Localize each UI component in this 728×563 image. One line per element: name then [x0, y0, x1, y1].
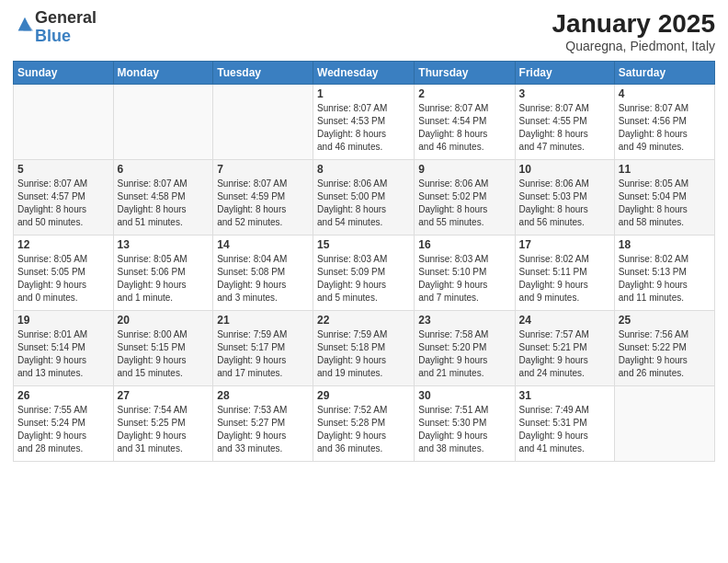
day-info: Sunrise: 8:05 AM Sunset: 5:04 PM Dayligh…	[619, 178, 711, 229]
day-info: Sunrise: 7:53 AM Sunset: 5:27 PM Dayligh…	[217, 404, 309, 455]
day-info: Sunrise: 7:56 AM Sunset: 5:22 PM Dayligh…	[619, 328, 711, 380]
header-sunday: Sunday	[14, 62, 114, 85]
logo-blue-text: Blue	[35, 27, 71, 45]
day-cell	[614, 386, 714, 462]
day-info: Sunrise: 8:07 AM Sunset: 4:56 PM Dayligh…	[619, 102, 711, 154]
week-row-1: 1Sunrise: 8:07 AM Sunset: 4:53 PM Daylig…	[14, 85, 715, 160]
day-number: 16	[418, 238, 510, 251]
day-cell	[213, 85, 313, 160]
day-cell: 16Sunrise: 8:03 AM Sunset: 5:10 PM Dayli…	[415, 236, 515, 311]
day-info: Sunrise: 7:52 AM Sunset: 5:28 PM Dayligh…	[317, 404, 410, 455]
header: General Blue January 2025 Quaregna, Pied…	[13, 9, 715, 53]
day-number: 2	[418, 87, 510, 100]
logo: General Blue	[13, 9, 97, 46]
day-cell: 13Sunrise: 8:05 AM Sunset: 5:06 PM Dayli…	[113, 236, 213, 311]
day-cell: 11Sunrise: 8:05 AM Sunset: 5:04 PM Dayli…	[614, 160, 714, 236]
week-row-2: 5Sunrise: 8:07 AM Sunset: 4:57 PM Daylig…	[14, 160, 715, 236]
day-number: 29	[317, 389, 410, 402]
week-row-4: 19Sunrise: 8:01 AM Sunset: 5:14 PM Dayli…	[14, 311, 715, 386]
day-number: 11	[619, 163, 711, 176]
day-cell: 6Sunrise: 8:07 AM Sunset: 4:58 PM Daylig…	[113, 160, 213, 236]
day-info: Sunrise: 8:07 AM Sunset: 4:54 PM Dayligh…	[418, 102, 510, 154]
day-cell: 3Sunrise: 8:07 AM Sunset: 4:55 PM Daylig…	[515, 85, 614, 160]
header-wednesday: Wednesday	[313, 62, 415, 85]
day-info: Sunrise: 7:51 AM Sunset: 5:30 PM Dayligh…	[418, 404, 510, 455]
day-info: Sunrise: 8:03 AM Sunset: 5:10 PM Dayligh…	[418, 253, 510, 304]
day-cell	[14, 85, 114, 160]
header-monday: Monday	[113, 62, 213, 85]
day-number: 17	[519, 238, 610, 251]
day-info: Sunrise: 8:07 AM Sunset: 4:57 PM Dayligh…	[17, 178, 109, 229]
day-number: 26	[17, 389, 109, 402]
day-info: Sunrise: 8:04 AM Sunset: 5:08 PM Dayligh…	[217, 253, 309, 304]
day-number: 15	[317, 238, 410, 251]
day-number: 9	[418, 163, 510, 176]
day-info: Sunrise: 8:07 AM Sunset: 4:55 PM Dayligh…	[519, 102, 610, 154]
day-number: 30	[418, 389, 510, 402]
header-thursday: Thursday	[415, 62, 515, 85]
title-block: January 2025 Quaregna, Piedmont, Italy	[552, 9, 715, 53]
day-info: Sunrise: 8:02 AM Sunset: 5:11 PM Dayligh…	[519, 253, 610, 304]
day-cell	[113, 85, 213, 160]
day-number: 24	[519, 314, 610, 327]
day-cell: 25Sunrise: 7:56 AM Sunset: 5:22 PM Dayli…	[614, 311, 714, 386]
day-cell: 14Sunrise: 8:04 AM Sunset: 5:08 PM Dayli…	[213, 236, 313, 311]
day-info: Sunrise: 8:03 AM Sunset: 5:09 PM Dayligh…	[317, 253, 410, 304]
day-cell: 26Sunrise: 7:55 AM Sunset: 5:24 PM Dayli…	[14, 386, 114, 462]
weekday-header-row: Sunday Monday Tuesday Wednesday Thursday…	[14, 62, 715, 85]
day-cell: 30Sunrise: 7:51 AM Sunset: 5:30 PM Dayli…	[415, 386, 515, 462]
day-number: 25	[619, 314, 711, 327]
day-cell: 22Sunrise: 7:59 AM Sunset: 5:18 PM Dayli…	[313, 311, 415, 386]
day-cell: 31Sunrise: 7:49 AM Sunset: 5:31 PM Dayli…	[515, 386, 614, 462]
day-cell: 1Sunrise: 8:07 AM Sunset: 4:53 PM Daylig…	[313, 85, 415, 160]
header-tuesday: Tuesday	[213, 62, 313, 85]
day-number: 12	[17, 238, 109, 251]
day-number: 14	[217, 238, 309, 251]
day-info: Sunrise: 7:59 AM Sunset: 5:18 PM Dayligh…	[317, 328, 410, 380]
day-number: 28	[217, 389, 309, 402]
day-number: 5	[17, 163, 109, 176]
day-info: Sunrise: 8:06 AM Sunset: 5:02 PM Dayligh…	[418, 178, 510, 229]
day-info: Sunrise: 8:06 AM Sunset: 5:03 PM Dayligh…	[519, 178, 610, 229]
day-info: Sunrise: 8:06 AM Sunset: 5:00 PM Dayligh…	[317, 178, 410, 229]
calendar-subtitle: Quaregna, Piedmont, Italy	[552, 39, 715, 53]
day-cell: 7Sunrise: 8:07 AM Sunset: 4:59 PM Daylig…	[213, 160, 313, 236]
day-info: Sunrise: 8:00 AM Sunset: 5:15 PM Dayligh…	[118, 328, 210, 380]
logo-general-text: General	[35, 8, 97, 27]
day-number: 18	[619, 238, 711, 251]
day-number: 20	[118, 314, 210, 327]
day-cell: 18Sunrise: 8:02 AM Sunset: 5:13 PM Dayli…	[614, 236, 714, 311]
page-container: General Blue January 2025 Quaregna, Pied…	[0, 0, 728, 469]
calendar-table: Sunday Monday Tuesday Wednesday Thursday…	[13, 61, 715, 462]
day-number: 1	[317, 87, 410, 100]
day-number: 31	[519, 389, 610, 402]
day-info: Sunrise: 8:05 AM Sunset: 5:05 PM Dayligh…	[17, 253, 109, 304]
day-info: Sunrise: 7:54 AM Sunset: 5:25 PM Dayligh…	[118, 404, 210, 455]
day-info: Sunrise: 8:07 AM Sunset: 4:53 PM Dayligh…	[317, 102, 410, 154]
day-cell: 24Sunrise: 7:57 AM Sunset: 5:21 PM Dayli…	[515, 311, 614, 386]
week-row-3: 12Sunrise: 8:05 AM Sunset: 5:05 PM Dayli…	[14, 236, 715, 311]
day-cell: 10Sunrise: 8:06 AM Sunset: 5:03 PM Dayli…	[515, 160, 614, 236]
day-cell: 28Sunrise: 7:53 AM Sunset: 5:27 PM Dayli…	[213, 386, 313, 462]
day-info: Sunrise: 8:01 AM Sunset: 5:14 PM Dayligh…	[17, 328, 109, 380]
day-number: 4	[619, 87, 711, 100]
day-number: 19	[17, 314, 109, 327]
day-number: 21	[217, 314, 309, 327]
day-cell: 17Sunrise: 8:02 AM Sunset: 5:11 PM Dayli…	[515, 236, 614, 311]
header-saturday: Saturday	[614, 62, 714, 85]
day-info: Sunrise: 7:57 AM Sunset: 5:21 PM Dayligh…	[519, 328, 610, 380]
day-cell: 23Sunrise: 7:58 AM Sunset: 5:20 PM Dayli…	[415, 311, 515, 386]
day-cell: 2Sunrise: 8:07 AM Sunset: 4:54 PM Daylig…	[415, 85, 515, 160]
day-cell: 15Sunrise: 8:03 AM Sunset: 5:09 PM Dayli…	[313, 236, 415, 311]
day-number: 6	[118, 163, 210, 176]
header-friday: Friday	[515, 62, 614, 85]
day-info: Sunrise: 8:07 AM Sunset: 4:59 PM Dayligh…	[217, 178, 309, 229]
week-row-5: 26Sunrise: 7:55 AM Sunset: 5:24 PM Dayli…	[14, 386, 715, 462]
day-cell: 4Sunrise: 8:07 AM Sunset: 4:56 PM Daylig…	[614, 85, 714, 160]
day-cell: 21Sunrise: 7:59 AM Sunset: 5:17 PM Dayli…	[213, 311, 313, 386]
calendar-title: January 2025	[552, 9, 715, 39]
day-info: Sunrise: 7:58 AM Sunset: 5:20 PM Dayligh…	[418, 328, 510, 380]
day-cell: 8Sunrise: 8:06 AM Sunset: 5:00 PM Daylig…	[313, 160, 415, 236]
day-number: 13	[118, 238, 210, 251]
logo-icon	[15, 16, 35, 36]
